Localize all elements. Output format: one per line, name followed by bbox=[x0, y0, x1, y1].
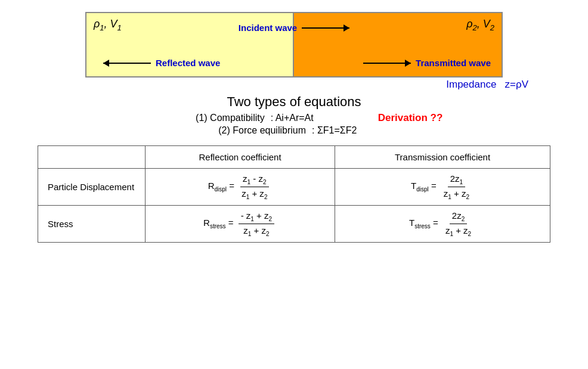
row2-reflection-formula: Rstress = - z1 + z2 z1 + z2 bbox=[146, 206, 335, 243]
equations-title: Two types of equations bbox=[146, 94, 443, 110]
row2-transmission-formula: Tstress = 2z2 z1 + z2 bbox=[335, 206, 550, 243]
t-stress-denom: z1 + z2 bbox=[443, 224, 474, 237]
table-header-row: Reflection coefficient Transmission coef… bbox=[38, 146, 550, 169]
main-container: ρ1, V1 ρ2, V2 Incident wave Reflected wa… bbox=[0, 0, 588, 369]
t-displ-numer: 2z1 bbox=[448, 173, 465, 187]
medium-left: ρ1, V1 bbox=[86, 13, 294, 76]
r-displ-numer: z1 - z2 bbox=[240, 173, 268, 187]
r-displ-denom: z1 + z2 bbox=[239, 187, 270, 200]
row1-transmission-formula: Tdispl = 2z1 z1 + z2 bbox=[335, 169, 550, 206]
medium-right: ρ2, V2 bbox=[294, 13, 502, 76]
header-col-1 bbox=[38, 146, 146, 169]
t-stress-fraction: 2z2 z1 + z2 bbox=[443, 210, 474, 237]
t-displ-sub: displ bbox=[416, 186, 429, 193]
eq2-label: (2) Force equilibrium bbox=[187, 125, 306, 136]
t-stress-sub: stress bbox=[414, 223, 431, 230]
header-col-3: Transmission coefficient bbox=[335, 146, 550, 169]
t-displ-denom: z1 + z2 bbox=[441, 187, 472, 200]
eq1-label: (1) Compatibility bbox=[146, 113, 265, 123]
eq1-formula: : Ai+Ar=At bbox=[271, 113, 360, 123]
equation-row-1: (1) Compatibility : Ai+Ar=At Derivation … bbox=[146, 112, 443, 124]
equation-row-2: (2) Force equilibrium : ΣF1=ΣF2 bbox=[146, 125, 443, 136]
coefficients-table: Reflection coefficient Transmission coef… bbox=[38, 145, 550, 243]
row2-label: Stress bbox=[38, 206, 146, 243]
table-row-stress: Stress Rstress = - z1 + z2 z1 + z2 Tstre… bbox=[38, 206, 550, 243]
r-stress-numer: - z1 + z2 bbox=[239, 210, 274, 224]
medium-right-label: ρ2, V2 bbox=[466, 18, 494, 32]
r-displ-fraction: z1 - z2 z1 + z2 bbox=[239, 173, 270, 200]
row1-label: Particle Displacement bbox=[38, 169, 146, 206]
medium-left-label: ρ1, V1 bbox=[94, 18, 122, 32]
r-displ-sub: displ bbox=[215, 186, 227, 193]
t-stress-numer: 2z2 bbox=[450, 210, 467, 224]
impedance-line: Impedance z=ρV bbox=[446, 79, 528, 91]
wave-diagram: ρ1, V1 ρ2, V2 Incident wave Reflected wa… bbox=[85, 12, 503, 77]
table-row-displacement: Particle Displacement Rdispl = z1 - z2 z… bbox=[38, 169, 550, 206]
impedance-formula: z=ρV bbox=[505, 79, 528, 90]
r-stress-sub: stress bbox=[210, 223, 226, 230]
header-col-2: Reflection coefficient bbox=[146, 146, 335, 169]
impedance-label: Impedance bbox=[446, 79, 496, 90]
t-displ-fraction: 2z1 z1 + z2 bbox=[441, 173, 472, 200]
r-stress-fraction: - z1 + z2 z1 + z2 bbox=[239, 210, 274, 237]
equations-section: Two types of equations (1) Compatibility… bbox=[146, 94, 443, 137]
derivation-label: Derivation ?? bbox=[378, 112, 443, 124]
row1-reflection-formula: Rdispl = z1 - z2 z1 + z2 bbox=[146, 169, 335, 206]
r-stress-denom: z1 + z2 bbox=[241, 224, 271, 237]
eq2-formula: : ΣF1=ΣF2 bbox=[312, 125, 401, 136]
